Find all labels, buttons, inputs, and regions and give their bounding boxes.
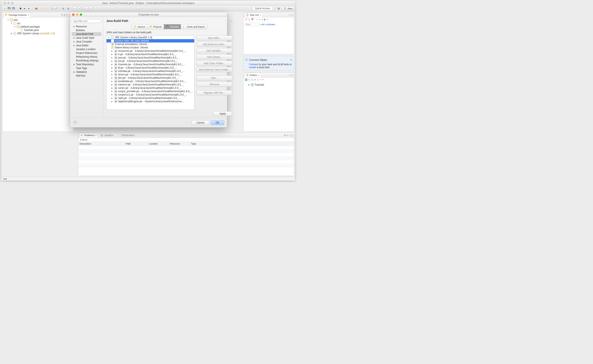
cancel-button[interactable]: Cancel bbox=[191, 120, 209, 125]
category-item[interactable]: ▶Validation bbox=[72, 70, 101, 74]
toggle-mark-icon[interactable]: ◧ bbox=[61, 6, 65, 10]
problems-tab[interactable]: ⚠︎ Problems ✕ bbox=[79, 133, 98, 137]
jar-entry[interactable]: ▶◒charsets.jar - /Library/Java/JavaVirtu… bbox=[106, 63, 194, 66]
ok-button[interactable]: OK bbox=[211, 120, 224, 125]
declaration-tab[interactable]: 📄Declaration bbox=[116, 133, 136, 138]
task-list-tab[interactable]: 📋 Task List ✕ bbox=[244, 13, 263, 17]
jar-entry[interactable]: ▶◒zipfs.jar - /Library/Java/JavaVirtualM… bbox=[106, 96, 194, 100]
collapse-all-icon[interactable]: ⇆ bbox=[61, 14, 63, 16]
hide-nonpublic-icon[interactable]: ⓟ bbox=[254, 78, 256, 81]
category-item[interactable]: Task Tags bbox=[72, 66, 101, 70]
link-editor-icon[interactable]: ⇵ bbox=[64, 14, 65, 16]
java-perspective-button[interactable]: ☕ Java bbox=[282, 6, 294, 10]
tab-projects[interactable]: 📂Projects bbox=[147, 24, 164, 29]
category-item[interactable]: Refactoring History bbox=[72, 55, 101, 59]
jar-entry[interactable]: ▶◒AppleScriptEngine.jar - /System/Librar… bbox=[106, 100, 194, 103]
col-resource[interactable]: Resource bbox=[169, 142, 190, 146]
add-external-class-folder-button[interactable]: Add External Class Folder... bbox=[196, 67, 232, 72]
categorize-icon[interactable]: 🗂 bbox=[248, 18, 250, 21]
category-item[interactable]: Javadoc Location bbox=[72, 47, 101, 51]
add-class-folder-button[interactable]: Add Class Folder... bbox=[196, 61, 232, 66]
hide-static-icon[interactable]: ⓢ bbox=[251, 78, 253, 81]
outline-tab[interactable]: 🧭 Outline ✕ bbox=[244, 73, 261, 77]
quick-access-input[interactable]: Quick Access bbox=[252, 6, 273, 11]
edit-button[interactable]: Edit... bbox=[196, 76, 232, 81]
sync-icon[interactable]: ↻ bbox=[259, 18, 261, 21]
category-item[interactable]: WikiText bbox=[72, 74, 101, 78]
category-item[interactable]: Java Build Path bbox=[72, 32, 101, 36]
toggle-block-icon[interactable]: ◨ bbox=[66, 6, 70, 10]
run-icon[interactable]: ▶ bbox=[23, 6, 27, 10]
jar-entry[interactable]: ▶◒sunpkcs11.jar - /Library/Java/JavaVirt… bbox=[106, 93, 194, 96]
jar-entry[interactable]: ▶◒sunec.jar - /Library/Java/JavaVirtualM… bbox=[106, 86, 194, 90]
tree-package[interactable]: ▼(default package) bbox=[14, 25, 72, 28]
create-link[interactable]: create bbox=[249, 66, 256, 69]
add-variable-button[interactable]: Add Variable... bbox=[196, 48, 232, 53]
category-item[interactable]: ▶Java Compiler bbox=[72, 40, 101, 44]
package-explorer-tree[interactable]: ▼test ▼src ▼(default package) JTutorial1… bbox=[2, 18, 74, 36]
view-menu-icon[interactable]: ▾ bbox=[287, 134, 288, 136]
col-description[interactable]: Description bbox=[78, 142, 124, 146]
hide-icon[interactable]: ◧ bbox=[264, 18, 266, 21]
sort-icon[interactable]: 🔤 bbox=[245, 78, 247, 81]
category-item[interactable]: Builders bbox=[72, 28, 101, 32]
new-icon[interactable]: ▾ bbox=[3, 6, 7, 10]
forward-icon[interactable]: ⤑ bbox=[228, 19, 230, 22]
tree-file[interactable]: JTutorial1.java bbox=[17, 28, 72, 32]
javadoc-tab[interactable]: @Javadoc bbox=[99, 133, 115, 138]
jar-entry[interactable]: ▶◒cldrdata.jar - /Library/Java/JavaVirtu… bbox=[106, 69, 194, 73]
minimize-view-icon[interactable]: ▭ bbox=[288, 74, 290, 76]
tree-project[interactable]: ▼test bbox=[7, 18, 72, 22]
col-location[interactable]: Location bbox=[148, 142, 169, 146]
hide-local-icon[interactable]: ⓛ bbox=[257, 78, 259, 81]
category-item[interactable]: Project References bbox=[72, 51, 101, 55]
coverage-icon[interactable]: ▶ bbox=[27, 6, 31, 10]
view-menu-icon[interactable]: ▾ bbox=[267, 18, 268, 21]
category-item[interactable]: ▶Task Repository bbox=[72, 63, 101, 66]
save-all-icon[interactable]: 💾 bbox=[12, 6, 15, 10]
tree-src[interactable]: ▼src bbox=[11, 22, 72, 25]
jar-tree[interactable]: ▼JRE System Library [JavaSE-1.8]⚙︎Access… bbox=[106, 36, 195, 110]
collapse-icon[interactable]: ⇲ bbox=[261, 18, 263, 21]
search-icon[interactable]: 🔎 bbox=[54, 6, 58, 10]
activate-link[interactable]: ▸ Activate... bbox=[266, 23, 276, 26]
focus-icon[interactable]: ✂︎ bbox=[256, 18, 258, 21]
debug-icon[interactable]: 🐞 bbox=[19, 6, 22, 10]
add-external-jars-button[interactable]: Add External JARs... bbox=[196, 42, 232, 47]
new-package-icon[interactable]: 📦 bbox=[34, 6, 38, 10]
maximize-view-icon[interactable]: ▢ bbox=[291, 14, 293, 16]
back-icon[interactable]: ⬸ bbox=[225, 19, 227, 22]
jar-entry[interactable]: ▶◒jsse.jar - /Library/Java/JavaVirtualMa… bbox=[106, 56, 194, 59]
new-task-icon[interactable]: 📝 bbox=[245, 18, 247, 21]
jar-entry[interactable]: ▶◒nashorn.jar - /Library/Java/JavaVirtua… bbox=[106, 83, 194, 86]
tab-source[interactable]: 📁Source bbox=[131, 24, 147, 29]
problems-table[interactable]: Description Path Location Resource Type bbox=[78, 142, 294, 176]
category-item[interactable]: ▶Java Code Style bbox=[72, 36, 101, 40]
jar-entry[interactable]: ▶◒jfxrt.jar - /Library/Java/JavaVirtualM… bbox=[106, 76, 194, 79]
prev-annotation-icon[interactable]: ⇠ bbox=[73, 6, 77, 10]
close-tab-icon[interactable]: ✕ bbox=[28, 14, 29, 16]
maximize-view-icon[interactable]: ▢ bbox=[291, 134, 293, 136]
outline-tree[interactable]: ▶CTutorial1 bbox=[243, 82, 294, 87]
tab-order-export[interactable]: ↕︎Order and Export bbox=[181, 24, 207, 29]
category-list[interactable]: ▶ResourceBuildersJava Build Path▶Java Co… bbox=[72, 25, 101, 78]
view-menu-icon[interactable]: ▾ bbox=[262, 78, 263, 81]
category-item[interactable]: ▶Java Editor bbox=[72, 44, 101, 47]
close-hint-icon[interactable]: ✕ bbox=[290, 58, 292, 61]
hide-fields-icon[interactable]: ⓕ bbox=[248, 78, 250, 81]
remove-button[interactable]: Remove bbox=[196, 82, 232, 87]
open-type-icon[interactable]: 🔍 bbox=[50, 6, 54, 10]
all-link[interactable]: ▸ All bbox=[261, 23, 265, 26]
schedule-icon[interactable]: 📅 bbox=[251, 18, 254, 21]
jar-entry[interactable]: ▶◒jce.jar - /Library/Java/JavaVirtualMac… bbox=[106, 59, 194, 63]
jar-entry[interactable]: ▶◒sunjce_provider.jar - /Library/Java/Ja… bbox=[106, 90, 194, 93]
filter-input[interactable] bbox=[72, 19, 101, 23]
back-icon[interactable]: ← bbox=[84, 6, 88, 10]
focus-task-icon[interactable]: ✂︎ bbox=[260, 78, 261, 81]
close-tab-icon[interactable]: ✕ bbox=[258, 74, 260, 76]
migrate-jar-button[interactable]: Migrate JAR File... bbox=[196, 90, 232, 95]
new-folder-icon[interactable]: 📁 bbox=[43, 6, 47, 10]
close-tab-icon[interactable]: ✕ bbox=[260, 14, 261, 16]
jar-entry[interactable]: ▶◒dnsns.jar - /Library/Java/JavaVirtualM… bbox=[106, 73, 194, 76]
external-annotations[interactable]: @External annotations: (None) bbox=[106, 43, 194, 46]
